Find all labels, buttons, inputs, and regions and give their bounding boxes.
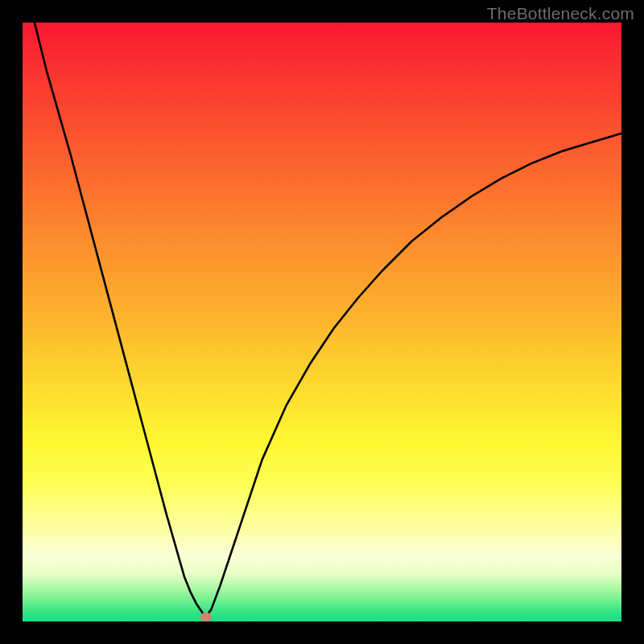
bottleneck-curve	[35, 23, 621, 617]
optimal-point-marker	[200, 612, 212, 621]
chart-frame: TheBottleneck.com	[0, 0, 644, 644]
curve-svg	[23, 23, 621, 621]
plot-area	[23, 23, 621, 621]
watermark-label: TheBottleneck.com	[487, 4, 634, 23]
